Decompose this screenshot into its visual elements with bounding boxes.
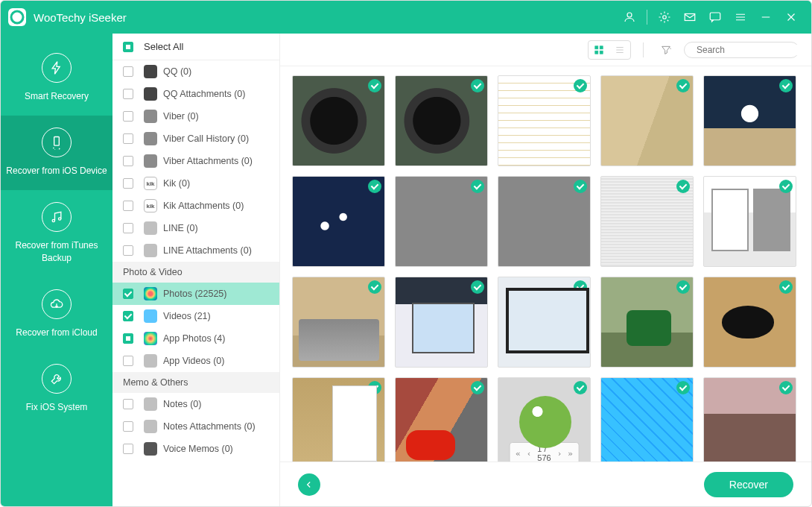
videos-icon <box>144 309 157 323</box>
photo-thumb[interactable] <box>292 377 385 462</box>
photo-thumb[interactable] <box>292 176 385 267</box>
nav-label: Fix iOS System <box>26 401 88 413</box>
list-view-button[interactable] <box>609 41 630 59</box>
select-all-checkbox[interactable] <box>123 42 133 52</box>
checkbox[interactable] <box>123 289 133 299</box>
svg-rect-8 <box>595 45 598 48</box>
photo-thumb[interactable] <box>395 377 488 462</box>
thumbnail-grid-wrap[interactable]: «‹1 / 576›» <box>280 66 811 462</box>
photo-thumb[interactable] <box>600 75 694 166</box>
nav-recover-itunes[interactable]: Recover from iTunes Backup <box>1 190 112 277</box>
pager-last[interactable]: » <box>568 449 573 459</box>
file-type-photos[interactable]: Photos (22525) <box>112 283 279 305</box>
file-type-kik[interactable]: kikKik (0) <box>112 172 279 195</box>
svg-rect-9 <box>600 45 603 48</box>
photo-thumb[interactable] <box>498 75 591 166</box>
photo-thumb[interactable] <box>395 176 488 267</box>
search-input[interactable] <box>697 45 808 55</box>
file-type-list[interactable]: QQ (0)QQ Attachments (0)Viber (0)Viber C… <box>112 60 279 506</box>
selected-check-icon <box>574 79 587 92</box>
file-type-videos[interactable]: Videos (21) <box>112 305 279 327</box>
photo-thumb[interactable] <box>600 277 694 368</box>
checkbox[interactable] <box>123 399 133 409</box>
feedback-icon[interactable] <box>702 4 728 30</box>
nav-recover-ios-device[interactable]: Recover from iOS Device <box>1 116 112 190</box>
settings-icon[interactable] <box>652 4 677 30</box>
app-logo <box>8 8 26 26</box>
select-all-row[interactable]: Select All <box>112 34 279 60</box>
checkbox[interactable] <box>123 421 133 432</box>
photo-thumb[interactable] <box>703 277 796 368</box>
mail-icon[interactable] <box>677 4 702 30</box>
checkbox[interactable] <box>123 311 133 321</box>
close-icon[interactable] <box>778 4 804 30</box>
file-type-viberatt[interactable]: Viber Attachments (0) <box>112 150 279 172</box>
checkbox[interactable] <box>123 111 133 122</box>
selected-check-icon <box>368 180 381 193</box>
selected-check-icon <box>676 280 690 294</box>
music-note-icon <box>42 202 72 232</box>
file-type-kikatt[interactable]: kikKik Attachments (0) <box>112 195 279 217</box>
nav-label: Recover from iTunes Backup <box>5 239 108 263</box>
file-type-qq[interactable]: QQ (0) <box>112 60 279 83</box>
checkbox[interactable] <box>123 66 133 77</box>
photo-thumb[interactable] <box>600 377 694 462</box>
nav-label: Recover from iOS Device <box>6 165 107 177</box>
menu-icon[interactable] <box>728 4 753 30</box>
minimize-icon[interactable] <box>753 4 778 30</box>
selected-check-icon <box>779 180 793 193</box>
file-type-viberch[interactable]: Viber Call History (0) <box>112 127 279 150</box>
file-type-appvideos[interactable]: App Videos (0) <box>112 350 279 372</box>
filter-button[interactable] <box>656 41 676 59</box>
kik-icon: kik <box>144 199 157 212</box>
file-type-line[interactable]: LINE (0) <box>112 217 279 239</box>
recover-button[interactable]: Recover <box>704 472 793 497</box>
photo-thumb[interactable] <box>292 277 385 368</box>
photo-thumb[interactable]: «‹1 / 576›» <box>498 377 591 462</box>
account-icon[interactable] <box>617 4 642 30</box>
checkbox[interactable] <box>123 178 133 189</box>
checkbox[interactable] <box>123 333 133 344</box>
photo-thumb[interactable] <box>703 377 796 462</box>
pager[interactable]: «‹1 / 576›» <box>509 442 580 462</box>
checkbox[interactable] <box>123 245 133 256</box>
checkbox[interactable] <box>123 223 133 233</box>
photo-thumb[interactable] <box>395 277 488 368</box>
pager-first[interactable]: « <box>516 449 521 459</box>
photo-thumb[interactable] <box>498 277 591 368</box>
back-button[interactable] <box>298 473 320 496</box>
checkbox[interactable] <box>123 444 133 454</box>
nav-fix-ios[interactable]: Fix iOS System <box>1 352 112 426</box>
photo-thumb[interactable] <box>703 75 796 166</box>
checkbox[interactable] <box>123 156 133 166</box>
pager-prev[interactable]: ‹ <box>527 449 532 459</box>
photo-thumb[interactable] <box>498 176 591 267</box>
selected-check-icon <box>471 180 484 193</box>
pager-next[interactable]: › <box>557 449 562 459</box>
search-box[interactable] <box>684 42 799 58</box>
photo-thumb[interactable] <box>703 176 796 267</box>
file-type-vmemos[interactable]: Voice Memos (0) <box>112 438 279 460</box>
checkbox[interactable] <box>123 356 133 366</box>
grid-view-button[interactable] <box>589 41 609 59</box>
checkbox[interactable] <box>123 133 133 144</box>
file-type-appphotos[interactable]: App Photos (4) <box>112 327 279 350</box>
app-title: WooTechy iSeeker <box>34 11 127 24</box>
photo-thumb[interactable] <box>292 75 385 166</box>
file-type-notes[interactable]: Notes (0) <box>112 393 279 415</box>
file-type-qqatt[interactable]: QQ Attachments (0) <box>112 83 279 105</box>
nav-smart-recovery[interactable]: Smart Recovery <box>1 41 112 116</box>
category-header: Photo & Video <box>112 262 279 283</box>
checkbox[interactable] <box>123 201 133 211</box>
checkbox[interactable] <box>123 89 133 99</box>
photo-thumb[interactable] <box>395 75 488 166</box>
photo-thumb[interactable] <box>600 176 694 267</box>
file-type-lineatt[interactable]: LINE Attachments (0) <box>112 239 279 262</box>
bottom-bar: Recover <box>280 462 811 506</box>
file-type-notesatt[interactable]: Notes Attachments (0) <box>112 415 279 438</box>
titlebar: WooTechy iSeeker <box>1 1 811 34</box>
file-type-viber[interactable]: Viber (0) <box>112 105 279 127</box>
pager-page: 1 / 576 <box>537 444 551 462</box>
svg-rect-10 <box>595 51 598 54</box>
nav-recover-icloud[interactable]: Recover from iCloud <box>1 277 112 352</box>
